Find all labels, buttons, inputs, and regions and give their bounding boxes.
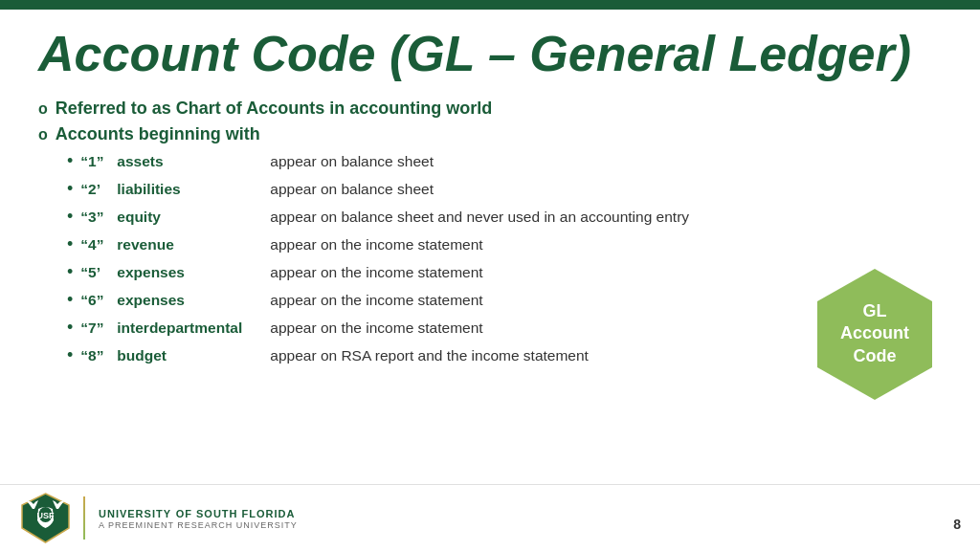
list-item: • “1” assets appear on balance sheet [67,148,942,174]
hexagon-line1: GL [840,300,909,322]
bullet-main-2-text: Accounts beginning with [56,124,260,144]
sub-list: • “1” assets appear on balance sheet • “… [67,148,942,368]
dot-icon: • [67,287,73,313]
account-code: “5’ [80,261,117,283]
account-type: expenses [117,261,270,283]
account-desc: appear on the income statement [270,317,482,339]
dot-icon: • [67,259,73,285]
account-desc: appear on RSA report and the income stat… [270,344,589,366]
bullet-circle-2: o [38,126,48,143]
list-item: • “5’ expenses appear on the income stat… [67,259,942,285]
bullet-section-1: o Referred to as Chart of Accounts in ac… [38,99,942,119]
of-word: OF [176,508,196,519]
account-code: “8” [80,344,117,366]
account-desc: appear on balance sheet [270,150,434,172]
account-type: assets [117,150,270,172]
account-type: expenses [117,289,270,311]
svg-text:USF: USF [37,511,56,520]
bullet-main-2: o Accounts beginning with [38,124,942,144]
account-type: revenue [117,233,270,255]
account-desc: appear on balance sheet and never used i… [270,206,689,228]
hexagon-line2: Account [840,322,909,344]
dot-icon: • [67,315,73,341]
footer-tagline: A PREEMINENT RESEARCH UNIVERSITY [99,520,298,530]
hexagon-text: GL Account Code [840,300,909,367]
dot-icon: • [67,231,73,257]
bullet-main-1-text: Referred to as Chart of Accounts in acco… [56,99,492,119]
footer-divider [83,496,85,540]
account-code: “4” [80,233,117,255]
account-type: equity [117,206,270,228]
account-code: “6” [80,289,117,311]
account-code: “7” [80,317,117,339]
list-item: • “6” expenses appear on the income stat… [67,287,942,313]
university-name: UNIVERSITY OF SOUTH FLORIDA [99,506,298,520]
list-item: • “2’ liabilities appear on balance shee… [67,176,942,202]
account-code: “1” [80,150,117,172]
hexagon-shape: GL Account Code [817,301,932,367]
account-code: “2’ [80,178,117,200]
page-title: Account Code (GL – General Ledger) [38,27,942,81]
list-item: • “3” equity appear on balance sheet and… [67,204,942,230]
footer: USF UNIVERSITY OF SOUTH FLORIDA A PREEMI… [0,484,980,551]
list-item: • “8” budget appear on RSA report and th… [67,342,942,368]
university-word: UNIVERSITY [99,508,171,519]
account-desc: appear on balance sheet [270,178,434,200]
footer-text-area: UNIVERSITY OF SOUTH FLORIDA A PREEMINENT… [99,506,298,530]
footer-logo-area: USF [19,492,83,544]
dot-icon: • [67,148,73,174]
dot-icon: • [67,176,73,202]
page-number: 8 [953,517,961,532]
dot-icon: • [67,204,73,230]
dot-icon: • [67,342,73,368]
account-type: liabilities [117,178,270,200]
account-desc: appear on the income statement [270,233,482,255]
list-item: • “7” interdepartmental appear on the in… [67,315,942,341]
account-desc: appear on the income statement [270,261,482,283]
top-bar [0,0,980,10]
account-code: “3” [80,206,117,228]
usf-logo: USF [19,492,72,544]
account-desc: appear on the income statement [270,289,482,311]
school-name: SOUTH FLORIDA [196,508,295,519]
account-type: interdepartmental [117,317,270,339]
bullet-circle-1: o [38,100,48,118]
bullet-main-1: o Referred to as Chart of Accounts in ac… [38,99,942,119]
hexagon-line3: Code [840,345,909,367]
bullet-section-2: o Accounts beginning with • “1” assets a… [38,124,942,368]
hexagon-container: GL Account Code [817,268,932,400]
list-item: • “4” revenue appear on the income state… [67,231,942,257]
account-type: budget [117,344,270,366]
